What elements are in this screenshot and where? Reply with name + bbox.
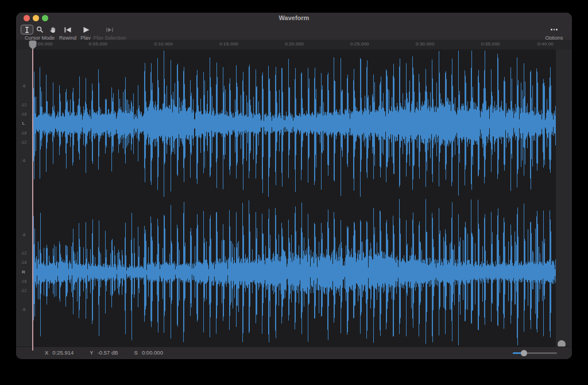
zoom-slider-fill (513, 352, 521, 354)
timeline-ruler[interactable]: 0:00.0000:05.0000:10.0000:15.0000:20.000… (16, 40, 572, 50)
db-scale-label: -18 (16, 279, 31, 284)
db-scale-label: -6 (16, 232, 31, 237)
s-readout: S 0:00.000 (134, 349, 163, 356)
playhead-marker-tip (29, 46, 37, 49)
options-button[interactable] (544, 25, 564, 34)
ibeam-cursor-icon (24, 26, 30, 33)
ruler-time-label: 0:20.000 (285, 41, 304, 47)
channel-label: R (16, 270, 31, 275)
s-readout-label: S (134, 349, 138, 356)
ruler-time-label: 0:05.000 (89, 41, 108, 47)
ruler-time-label: 0:35.000 (481, 41, 500, 47)
play-button[interactable] (82, 25, 91, 34)
db-scale-label: -12 (16, 251, 31, 256)
zoom-slider-thumb[interactable] (521, 350, 527, 356)
db-scale-label: -12 (16, 288, 31, 293)
waveform-window: Waveform (16, 13, 572, 359)
s-readout-value: 0:00.000 (142, 349, 163, 356)
y-readout-label: Y (90, 349, 93, 356)
x-readout-label: X (45, 349, 48, 356)
rewind-icon (64, 26, 72, 33)
playhead-line (32, 47, 33, 351)
waveform-canvas[interactable] (33, 49, 556, 346)
status-bar: X 0:25.914 Y -0.57 dB S 0:00.000 (16, 346, 572, 359)
x-readout: X 0:25.914 (45, 349, 74, 356)
hand-tool-button[interactable] (46, 25, 59, 34)
zoom-tool-button[interactable] (33, 25, 46, 34)
db-scale-label: -12 (16, 102, 31, 107)
titlebar: Waveform (16, 13, 572, 24)
ellipsis-icon (551, 29, 558, 30)
ruler-time-label: 0:15.000 (219, 41, 238, 47)
rewind-button[interactable] (63, 25, 72, 34)
db-scale-label: -6 (16, 158, 31, 163)
right-scroll-gutter (556, 49, 572, 346)
play-selection-button[interactable] (105, 25, 114, 34)
db-scale-label: -6 (16, 307, 31, 312)
ruler-time-label: 0:10.000 (154, 41, 173, 47)
db-scale-label: -18 (16, 260, 31, 265)
db-scale-label: -12 (16, 140, 31, 145)
play-selection-icon (106, 26, 114, 33)
toolbar: Cursor Mode Rewind Play (16, 24, 572, 40)
cursor-mode-segmented-control (21, 25, 59, 34)
ruler-time-label: 0:25.000 (350, 41, 369, 47)
db-scale-label: -18 (16, 130, 31, 136)
play-icon (83, 26, 90, 33)
channel-label: L (16, 121, 31, 126)
waveform-area: L-6-6-12-12-18-18R-6-6-12-12-18-18 (16, 49, 572, 346)
db-scale-label: -18 (16, 111, 31, 117)
magnifier-icon (36, 26, 44, 33)
y-readout: Y -0.57 dB (90, 349, 118, 356)
hand-icon (49, 26, 56, 33)
amplitude-scale-gutter (16, 49, 33, 346)
db-scale-label: -6 (16, 83, 31, 88)
y-readout-value: -0.57 dB (98, 349, 118, 356)
zoom-slider[interactable] (513, 352, 557, 354)
cursor-readouts: X 0:25.914 Y -0.57 dB S 0:00.000 (45, 349, 163, 356)
ruler-time-label: 0:30.000 (416, 41, 435, 47)
ruler-time-label: 0:40.00 (537, 41, 554, 47)
window-title: Waveform (16, 14, 572, 21)
ibeam-tool-button[interactable] (21, 25, 33, 34)
x-readout-value: 0:25.914 (52, 349, 74, 356)
